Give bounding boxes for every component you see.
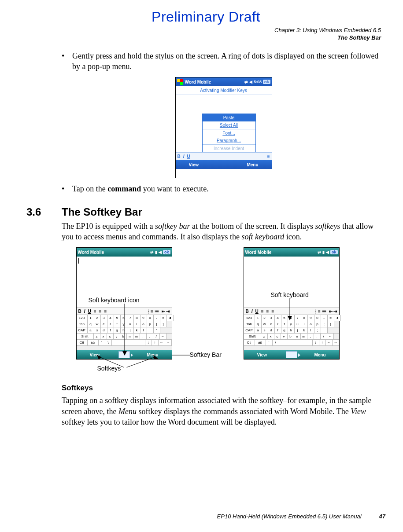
menu-softkey: Menu — [314, 352, 325, 357]
indent-icon: ⇤ ⇥ — [162, 309, 170, 314]
indent-icon: ⇤ ⇥ — [329, 309, 337, 314]
underline-icon: U — [255, 309, 259, 314]
callout-softkeys: Softkeys — [97, 365, 121, 372]
align-icon: ≡ — [104, 309, 107, 314]
preliminary-draft: Preliminary Draft — [26, 9, 385, 25]
chapter-line: Chapter 3: Using Windows Embedded 6.5 — [26, 27, 381, 34]
antenna-icon: ▮ — [322, 250, 325, 254]
callout-softkey-bar: Softkey Bar — [190, 351, 222, 358]
section-title: The Softkey Bar — [62, 206, 142, 218]
line-softkey-bar-icon — [172, 354, 191, 356]
bold-icon: B — [246, 309, 249, 314]
align-icon: ≡ — [266, 309, 269, 314]
italic-icon: I — [251, 309, 253, 314]
view-softkey: View — [189, 162, 199, 167]
signal-icon: ⇄ — [318, 250, 321, 254]
ok-button: ok — [330, 250, 338, 254]
text-cursor — [224, 96, 224, 101]
page-footer: EP10 Hand-Held (Windows Embedded 6.5) Us… — [26, 513, 385, 520]
window-titlebar: Word Mobile ⇄ ▮ ◀︎ ok — [77, 248, 172, 257]
bold-icon: B — [177, 154, 181, 159]
italic-icon: I — [84, 309, 85, 314]
menu-softkey: Menu — [147, 352, 158, 357]
callout-soft-keyboard-icon: Soft keyboard icon — [89, 297, 140, 304]
soft-keyboard-icon — [118, 351, 130, 358]
format-toolbar: B I U ≡ ≡ ≡ ⋮≡ ≔ ⇤ ⇥ — [244, 307, 339, 315]
start-icon — [177, 79, 183, 85]
subheading: Softkeys — [62, 384, 385, 393]
soft-keyboard: 1231234567890-=◄ Tabqwertyuiop[] CAPasdf… — [244, 315, 339, 350]
bullet-text: Gently press and hold the stylus on the … — [72, 51, 385, 72]
ok-button: ok — [263, 80, 270, 84]
menu-item: Font... — [203, 129, 255, 137]
view-softkey: View — [90, 352, 100, 357]
bullet-item: • Tap on the command you want to execute… — [62, 183, 385, 194]
chapter-header: Chapter 3: Using Windows Embedded 6.5 Th… — [26, 27, 381, 42]
italic-icon: I — [183, 154, 185, 159]
bullet-marker: • — [62, 51, 72, 72]
window-titlebar: Word Mobile ⇄ ▮ ◀︎ ok — [244, 248, 339, 257]
bold-icon: B — [78, 309, 81, 314]
page-number: 47 — [379, 513, 385, 520]
text-cursor — [78, 258, 79, 264]
softkey-bar: View Menu — [176, 160, 272, 169]
section-paragraph: The EP10 is equipped with a softkey bar … — [62, 221, 385, 242]
signal-icon: ⇄ — [150, 250, 154, 254]
menu-softkey: Menu — [247, 162, 258, 167]
menu-item: Select All — [203, 121, 255, 129]
bullet-item: • Gently press and hold the stylus on th… — [62, 51, 385, 72]
align-icon: ≡ — [261, 309, 264, 314]
chapter-subtitle: The Softkey Bar — [26, 34, 381, 42]
window-title: Word Mobile — [78, 250, 104, 255]
window-title: Word Mobile — [245, 250, 272, 255]
signal-icon: ⇄ — [244, 80, 248, 84]
sub-paragraph: Tapping on a softkey displays informatio… — [62, 395, 385, 427]
soft-keyboard: 1231234567890-=◄ Tabqwertyuiop[] CAPasdf… — [77, 315, 172, 350]
menu-item-disabled: Increase Indent — [203, 145, 255, 152]
view-softkey: View — [257, 352, 267, 357]
bullet-marker: • — [62, 183, 72, 194]
bullet-text: Tap on the command you want to execute. — [72, 183, 385, 194]
soft-keyboard-icon — [286, 351, 297, 358]
align-icon: ≡ — [271, 309, 274, 314]
ok-button: ok — [163, 250, 170, 254]
window-title: Word Mobile — [185, 80, 211, 84]
volume-icon: ◀︎ — [326, 250, 329, 254]
clock: 5:08 — [254, 80, 262, 84]
format-toolbar: B I U ≡ — [176, 152, 272, 160]
list-icon: ≡ — [267, 154, 270, 159]
menu-item: Paste — [203, 114, 255, 121]
figure-softkey-bar: Word Mobile ⇄ ▮ ◀︎ ok B I U ≡ ≡ — [76, 247, 371, 375]
menu-item: Paragraph... — [203, 137, 255, 144]
underline-icon: U — [187, 154, 190, 159]
screenshot-b: Word Mobile ⇄ ▮ ◀︎ ok B I U ≡ ≡ — [244, 247, 340, 360]
list-icon: ⋮≡ ≔ — [146, 309, 159, 314]
screenshot-word-mobile-popup: Word Mobile ⇄ ◀︎ 5:08 ok Activating Modi… — [175, 77, 272, 178]
document-text: Activating Modifier Keys — [176, 86, 272, 95]
text-cursor — [246, 258, 246, 264]
antenna-icon: ▮ — [155, 250, 157, 254]
underline-icon: U — [88, 309, 91, 314]
footer-text: EP10 Hand-Held (Windows Embedded 6.5) Us… — [217, 513, 362, 520]
align-icon: ≡ — [99, 309, 102, 314]
window-titlebar: Word Mobile ⇄ ◀︎ 5:08 ok — [176, 77, 272, 86]
list-icon: ⋮≡ ≔ — [314, 309, 326, 314]
callout-soft-keyboard: Soft keyboard — [271, 291, 309, 298]
align-icon: ≡ — [94, 309, 96, 314]
volume-icon: ◀︎ — [159, 250, 162, 254]
volume-icon: ◀︎ — [249, 80, 252, 84]
section-number: 3.6 — [26, 206, 62, 218]
format-toolbar: B I U ≡ ≡ ≡ ⋮≡ ≔ ⇤ ⇥ — [77, 307, 172, 315]
